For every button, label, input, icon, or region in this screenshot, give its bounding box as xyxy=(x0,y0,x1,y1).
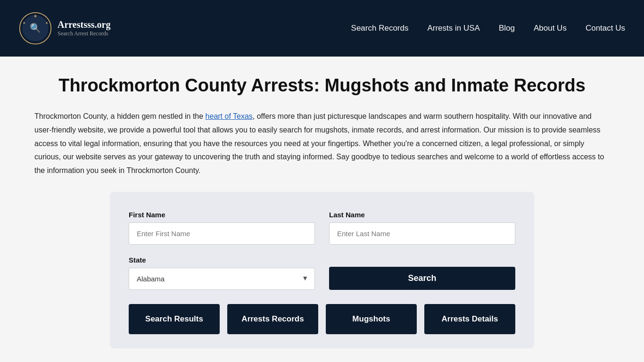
nav-blog[interactable]: Blog xyxy=(499,24,515,33)
first-name-label: First Name xyxy=(129,211,315,219)
last-name-input[interactable] xyxy=(329,222,515,245)
arrests-details-button[interactable]: Arrests Details xyxy=(424,304,515,334)
first-name-input[interactable] xyxy=(129,222,315,245)
search-button-group: Search xyxy=(329,267,515,290)
nav-contact-us[interactable]: Contact Us xyxy=(586,24,625,33)
logo-text: Arrestsss.org Search Arrest Records xyxy=(58,19,110,37)
desc-part1: Throckmorton County, a hidden gem nestle… xyxy=(34,112,206,120)
bottom-buttons-row: Search Results Arrests Records Mugshots … xyxy=(129,304,515,334)
navigation: 🔍 ★ ★ ★ Arrestsss.org Search Arrest Reco… xyxy=(0,0,644,57)
name-fields-row: First Name Last Name xyxy=(129,211,515,245)
search-card: First Name Last Name State Alabama Alask… xyxy=(110,192,534,348)
state-select[interactable]: Alabama Alaska Arizona Arkansas Californ… xyxy=(129,268,315,290)
nav-search-records[interactable]: Search Records xyxy=(351,24,409,33)
search-results-button[interactable]: Search Results xyxy=(129,304,220,334)
mugshots-button[interactable]: Mugshots xyxy=(326,304,417,334)
svg-text:★: ★ xyxy=(45,21,48,25)
state-search-row: State Alabama Alaska Arizona Arkansas Ca… xyxy=(129,256,515,290)
first-name-group: First Name xyxy=(129,211,315,245)
site-tagline: Search Arrest Records xyxy=(58,30,110,37)
search-button[interactable]: Search xyxy=(329,267,515,290)
logo-icon: 🔍 ★ ★ ★ xyxy=(19,12,52,45)
last-name-group: Last Name xyxy=(329,211,515,245)
main-content: Throckmorton County Arrests: Mugshots an… xyxy=(16,75,628,348)
svg-text:★: ★ xyxy=(33,14,37,18)
state-group: State Alabama Alaska Arizona Arkansas Ca… xyxy=(129,256,315,290)
page-title: Throckmorton County Arrests: Mugshots an… xyxy=(34,75,610,96)
arrests-records-button[interactable]: Arrests Records xyxy=(227,304,318,334)
nav-about-us[interactable]: About Us xyxy=(534,24,567,33)
svg-text:🔍: 🔍 xyxy=(30,23,41,33)
desc-part2: , offers more than just picturesque land… xyxy=(34,112,604,174)
logo[interactable]: 🔍 ★ ★ ★ Arrestsss.org Search Arrest Reco… xyxy=(19,12,110,45)
last-name-label: Last Name xyxy=(329,211,515,219)
state-select-wrapper: Alabama Alaska Arizona Arkansas Californ… xyxy=(129,268,315,290)
state-label: State xyxy=(129,256,315,264)
site-name: Arrestsss.org xyxy=(58,19,110,30)
svg-text:★: ★ xyxy=(23,21,25,25)
nav-arrests-in-usa[interactable]: Arrests in USA xyxy=(427,24,479,33)
description-text: Throckmorton County, a hidden gem nestle… xyxy=(34,110,610,178)
heart-of-texas-link[interactable]: heart of Texas xyxy=(206,112,253,120)
nav-links: Search Records Arrests in USA Blog About… xyxy=(351,24,625,33)
